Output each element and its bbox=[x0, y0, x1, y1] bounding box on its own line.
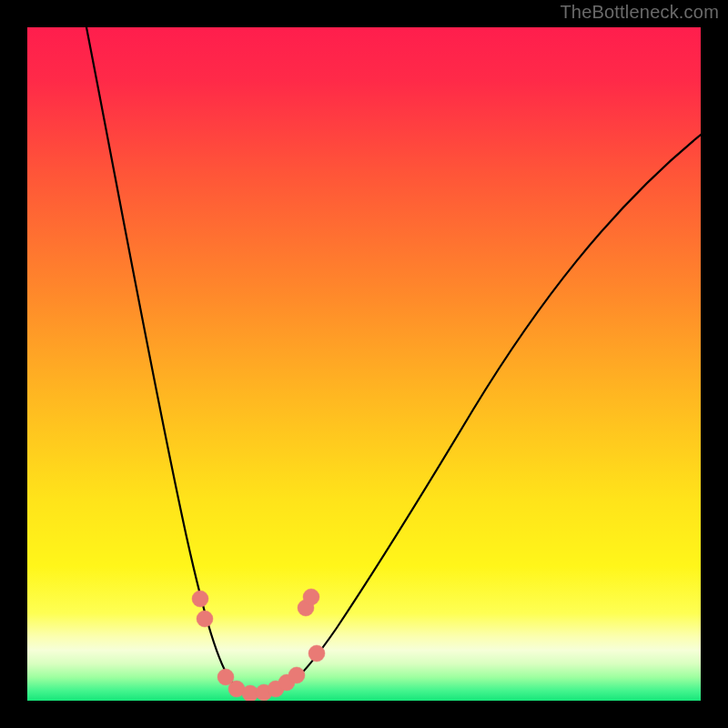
watermark: TheBottleneck.com bbox=[560, 2, 719, 23]
chart-frame: TheBottleneck.com bbox=[0, 0, 728, 728]
svg-point-1 bbox=[192, 591, 208, 607]
svg-point-9 bbox=[288, 667, 305, 683]
svg-point-2 bbox=[197, 611, 213, 627]
heatmap-gradient bbox=[27, 27, 701, 701]
svg-point-12 bbox=[303, 589, 319, 605]
svg-rect-0 bbox=[27, 27, 701, 701]
svg-point-10 bbox=[308, 645, 325, 662]
plot-area bbox=[27, 27, 701, 701]
